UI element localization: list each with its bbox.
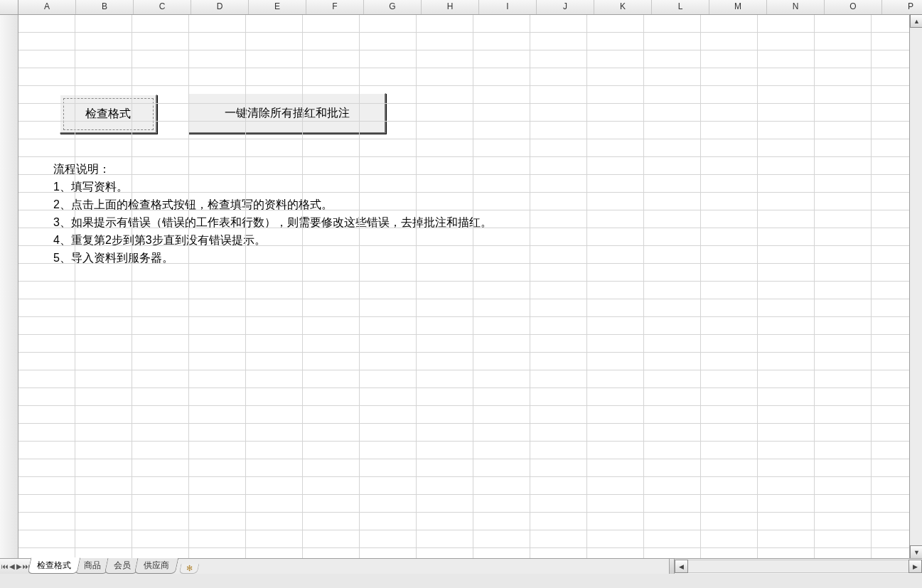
- gridline-vertical: [245, 14, 246, 559]
- col-head-A[interactable]: A: [18, 0, 76, 14]
- horizontal-scrollbar[interactable]: ◀ ▶: [669, 559, 922, 574]
- gridline-vertical: [871, 14, 872, 559]
- col-head-H[interactable]: H: [422, 0, 479, 14]
- sheet-tab-bar: ⏮ ◀ ▶ ⏭ 检查格式 商品 会员 供应商 ✻ ◀ ▶: [0, 558, 922, 574]
- status-bar: [0, 573, 922, 588]
- gridline-vertical: [473, 14, 473, 559]
- gridline-horizontal: [18, 352, 922, 353]
- sheet-tabs: 检查格式 商品 会员 供应商 ✻: [32, 559, 198, 574]
- horizontal-scroll-track[interactable]: [688, 560, 908, 573]
- gridline-vertical: [75, 14, 75, 559]
- col-head-C[interactable]: C: [134, 0, 191, 14]
- gridline-horizontal: [18, 459, 922, 459]
- gridline-horizontal: [18, 68, 922, 68]
- tab-label: 检查格式: [37, 560, 71, 572]
- gridline-horizontal: [18, 139, 922, 139]
- gridline-vertical: [302, 14, 303, 559]
- gridline-horizontal: [18, 441, 922, 442]
- col-head-I[interactable]: I: [479, 0, 537, 14]
- clear-all-label: 一键清除所有描红和批注: [225, 106, 350, 121]
- tab-check-format[interactable]: 检查格式: [28, 557, 81, 574]
- col-head-O[interactable]: O: [825, 0, 882, 14]
- clear-all-button[interactable]: 一键清除所有描红和批注: [188, 93, 386, 134]
- gridline-horizontal: [18, 494, 922, 495]
- check-format-label: 检查格式: [85, 107, 131, 122]
- tab-scroll-splitter[interactable]: [670, 559, 675, 574]
- col-head-D[interactable]: D: [191, 0, 249, 14]
- col-head-P[interactable]: P: [882, 0, 922, 14]
- gridline-horizontal: [18, 228, 922, 228]
- tab-nav-prev[interactable]: ◀: [9, 561, 16, 572]
- scroll-up-button[interactable]: ▲: [910, 14, 922, 28]
- gridline-horizontal: [18, 387, 922, 388]
- gridline-vertical: [700, 14, 701, 559]
- tab-nav-first[interactable]: ⏮: [1, 561, 9, 572]
- col-head-L[interactable]: L: [652, 0, 709, 14]
- scroll-right-button[interactable]: ▶: [908, 560, 922, 573]
- gridline-horizontal: [18, 547, 922, 548]
- gridline-horizontal: [18, 210, 922, 210]
- col-head-N[interactable]: N: [767, 0, 825, 14]
- gridline-horizontal: [18, 423, 922, 424]
- gridline-vertical: [757, 14, 758, 559]
- gridline-vertical: [132, 14, 132, 559]
- gridline-vertical: [416, 14, 417, 559]
- cells-area[interactable]: 检查格式 一键清除所有描红和批注 流程说明： 1、填写资料。 2、点击上面的检查…: [18, 14, 922, 559]
- cell-grid[interactable]: 检查格式 一键清除所有描红和批注 流程说明： 1、填写资料。 2、点击上面的检查…: [0, 14, 922, 559]
- tab-label: 会员: [114, 560, 131, 572]
- gridline-vertical: [530, 14, 530, 559]
- scroll-left-button[interactable]: ◀: [675, 560, 688, 573]
- col-head-F[interactable]: F: [306, 0, 364, 14]
- vertical-scrollbar[interactable]: ▲ ▼: [909, 14, 922, 559]
- gridline-horizontal: [18, 32, 922, 33]
- gridline-horizontal: [18, 263, 922, 264]
- new-sheet-button[interactable]: ✻: [179, 564, 200, 574]
- gridline-horizontal: [18, 316, 922, 317]
- col-head-E[interactable]: E: [249, 0, 306, 14]
- gridline-vertical: [643, 14, 644, 559]
- tab-label: 商品: [84, 560, 101, 572]
- gridline-horizontal: [18, 245, 922, 246]
- gridline-vertical: [586, 14, 587, 559]
- gridline-horizontal: [18, 299, 922, 299]
- gridline-horizontal: [18, 334, 922, 335]
- column-headers: A B C D E F G H I J K L M N O P: [0, 0, 922, 15]
- tab-suppliers[interactable]: 供应商: [134, 558, 179, 574]
- scroll-down-button[interactable]: ▼: [910, 545, 922, 559]
- row-headers[interactable]: [0, 14, 18, 559]
- gridline-horizontal: [18, 174, 922, 175]
- col-head-G[interactable]: G: [364, 0, 422, 14]
- col-head-M[interactable]: M: [709, 0, 767, 14]
- col-head-J[interactable]: J: [537, 0, 594, 14]
- gridline-horizontal: [18, 405, 922, 406]
- tab-nav-next[interactable]: ▶: [16, 561, 23, 572]
- select-all-corner[interactable]: [0, 0, 18, 14]
- gridline-horizontal: [18, 192, 922, 193]
- gridline-horizontal: [18, 370, 922, 370]
- col-head-K[interactable]: K: [594, 0, 652, 14]
- gridline-horizontal: [18, 85, 922, 86]
- gridline-horizontal: [18, 281, 922, 282]
- gridline-horizontal: [18, 50, 922, 50]
- col-head-B[interactable]: B: [76, 0, 134, 14]
- gridline-vertical: [359, 14, 360, 559]
- gridline-horizontal: [18, 103, 922, 104]
- gridline-horizontal: [18, 530, 922, 530]
- gridline-horizontal: [18, 156, 922, 157]
- tab-nav-buttons: ⏮ ◀ ▶ ⏭: [0, 559, 32, 574]
- gridline-horizontal: [18, 512, 922, 513]
- gridline-vertical: [188, 14, 189, 559]
- gridline-horizontal: [18, 476, 922, 477]
- gridline-vertical: [814, 14, 815, 559]
- vertical-scroll-track[interactable]: [910, 28, 922, 545]
- gridline-horizontal: [18, 121, 922, 122]
- tab-label: 供应商: [144, 560, 169, 572]
- new-sheet-icon: ✻: [186, 564, 193, 573]
